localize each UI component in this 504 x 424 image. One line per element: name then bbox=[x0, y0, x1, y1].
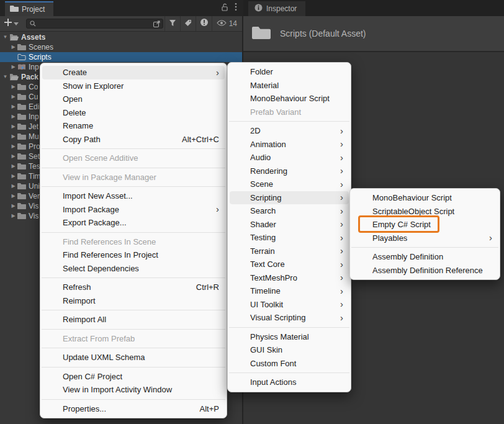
menu-item-assembly-definition-reference[interactable]: Assembly Definition Reference bbox=[352, 264, 498, 277]
menu-item-visual-scripting[interactable]: Visual Scripting› bbox=[230, 311, 349, 325]
menu-item-refresh[interactable]: RefreshCtrl+R bbox=[42, 281, 225, 294]
foldout-open-icon[interactable]: ▼ bbox=[1, 32, 9, 42]
menu-item-scene[interactable]: Scene› bbox=[230, 178, 349, 191]
menu-item-properties[interactable]: Properties...Alt+P bbox=[42, 402, 225, 416]
search-field[interactable] bbox=[26, 19, 163, 29]
menu-item-label: Open bbox=[63, 94, 219, 104]
foldout-closed-icon[interactable]: ▶ bbox=[9, 122, 17, 132]
tab-project[interactable]: Project bbox=[5, 1, 53, 16]
folder-icon bbox=[17, 123, 26, 130]
menu-item-scriptableobject-script[interactable]: ScriptableObject Script bbox=[352, 205, 498, 219]
foldout-closed-icon[interactable]: ▶ bbox=[9, 171, 17, 181]
menu-item-shortcut: Alt+P bbox=[200, 404, 219, 413]
chevron-right-icon: › bbox=[340, 193, 343, 202]
tree-item-label: Tim bbox=[29, 172, 41, 181]
menu-item-label: Shader bbox=[250, 220, 333, 229]
menu-item-label: Folder bbox=[250, 67, 343, 76]
menu-item-terrain[interactable]: Terrain› bbox=[230, 245, 349, 258]
chevron-right-icon: › bbox=[489, 233, 492, 242]
tree-item-assets[interactable]: ▼Assets bbox=[0, 32, 242, 42]
menu-item-physics-material[interactable]: Physics Material bbox=[230, 330, 349, 344]
menu-item-rename[interactable]: Rename bbox=[42, 119, 225, 133]
menu-item-shader[interactable]: Shader› bbox=[230, 218, 349, 232]
menu-item-textmeshpro[interactable]: TextMeshPro› bbox=[230, 271, 349, 285]
foldout-closed-icon[interactable]: ▶ bbox=[9, 161, 17, 171]
menu-item-update-uxml-schema[interactable]: Update UXML Schema bbox=[42, 351, 225, 364]
menu-item-monobehaviour-script[interactable]: MonoBehaviour Script bbox=[352, 191, 498, 205]
visibility-toggle[interactable]: 14 bbox=[212, 16, 242, 31]
menu-item-import-new-asset[interactable]: Import New Asset... bbox=[42, 189, 225, 203]
chevron-right-icon: › bbox=[340, 313, 343, 322]
menu-item-input-actions[interactable]: Input Actions bbox=[230, 376, 349, 389]
menu-item-reimport[interactable]: Reimport bbox=[42, 294, 225, 308]
menu-item-label: View in Import Activity Window bbox=[63, 385, 219, 394]
foldout-closed-icon[interactable]: ▶ bbox=[9, 142, 17, 151]
menu-item-open[interactable]: Open bbox=[42, 92, 225, 106]
menu-item-material[interactable]: Material bbox=[230, 79, 349, 92]
menu-item-delete[interactable]: Delete bbox=[42, 106, 225, 120]
foldout-closed-icon[interactable]: ▶ bbox=[9, 62, 17, 72]
menu-item-view-in-import-activity-window[interactable]: View in Import Activity Window bbox=[42, 383, 225, 397]
menu-item-gui-skin[interactable]: GUI Skin bbox=[230, 343, 349, 357]
menu-item-monobehaviour-script[interactable]: MonoBehaviour Script bbox=[230, 92, 349, 106]
menu-item-label: Export Package... bbox=[63, 218, 219, 227]
menu-item-playables[interactable]: Playables› bbox=[352, 232, 498, 245]
foldout-closed-icon[interactable]: ▶ bbox=[9, 42, 17, 52]
menu-item-audio[interactable]: Audio› bbox=[230, 151, 349, 165]
menu-item-show-in-explorer[interactable]: Show in Explorer bbox=[42, 79, 225, 93]
menu-item-prefab-variant: Prefab Variant bbox=[230, 106, 349, 119]
open-padlock-icon[interactable] bbox=[221, 2, 228, 14]
inspector-tab-label: Inspector bbox=[266, 4, 297, 13]
foldout-closed-icon[interactable]: ▶ bbox=[9, 92, 17, 102]
menu-item-export-package[interactable]: Export Package... bbox=[42, 216, 225, 230]
menu-item-copy-path[interactable]: Copy PathAlt+Ctrl+C bbox=[42, 133, 225, 147]
tree-item-scripts[interactable]: Scripts bbox=[0, 52, 242, 62]
foldout-closed-icon[interactable]: ▶ bbox=[9, 82, 17, 92]
foldout-closed-icon[interactable]: ▶ bbox=[9, 151, 17, 161]
menu-item-search[interactable]: Search› bbox=[230, 204, 349, 218]
foldout-closed-icon[interactable]: ▶ bbox=[9, 211, 17, 221]
window-arrow-icon[interactable] bbox=[153, 20, 161, 28]
foldout-closed-icon[interactable]: ▶ bbox=[9, 201, 17, 211]
menu-item-ui-toolkit[interactable]: UI Toolkit› bbox=[230, 298, 349, 312]
filter-by-label-button[interactable] bbox=[180, 16, 196, 31]
search-input[interactable] bbox=[38, 19, 153, 28]
menu-item-reimport-all[interactable]: Reimport All bbox=[42, 313, 225, 327]
foldout-closed-icon[interactable]: ▶ bbox=[9, 181, 17, 191]
menu-item-select-dependencies[interactable]: Select Dependencies bbox=[42, 262, 225, 276]
menu-item-testing[interactable]: Testing› bbox=[230, 231, 349, 245]
menu-item-custom-font[interactable]: Custom Font bbox=[230, 357, 349, 371]
menu-item-assembly-definition[interactable]: Assembly Definition bbox=[352, 250, 498, 264]
menu-item-text-core[interactable]: Text Core› bbox=[230, 258, 349, 271]
menu-item-open-c-project[interactable]: Open C# Project bbox=[42, 370, 225, 384]
menu-item-import-package[interactable]: Import Package› bbox=[42, 203, 225, 217]
foldout-closed-icon[interactable]: ▶ bbox=[9, 102, 17, 112]
tree-item-scenes[interactable]: ▶Scenes bbox=[0, 42, 242, 52]
foldout-closed-icon[interactable]: ▶ bbox=[9, 191, 17, 201]
menu-item-label: Empty C# Script bbox=[372, 220, 492, 229]
menu-item-label: Properties... bbox=[63, 404, 189, 413]
menu-item-rendering[interactable]: Rendering› bbox=[230, 165, 349, 178]
add-asset-button[interactable] bbox=[0, 16, 23, 31]
foldout-closed-icon[interactable]: ▶ bbox=[9, 132, 17, 142]
import-log-button[interactable] bbox=[196, 16, 211, 31]
filter-by-type-button[interactable] bbox=[164, 16, 180, 31]
tab-inspector[interactable]: Inspector bbox=[248, 1, 305, 16]
menu-item-animation[interactable]: Animation› bbox=[230, 138, 349, 151]
menu-item-find-references-in-project[interactable]: Find References In Project bbox=[42, 248, 225, 262]
chevron-right-icon: › bbox=[340, 246, 343, 255]
menu-item-create[interactable]: Create› bbox=[42, 66, 225, 79]
menu-item-2d[interactable]: 2D› bbox=[230, 124, 349, 138]
kebab-menu-icon[interactable] bbox=[235, 2, 237, 14]
menu-item-scripting[interactable]: Scripting› bbox=[230, 191, 349, 205]
menu-item-folder[interactable]: Folder bbox=[230, 65, 349, 79]
info-circle-icon bbox=[254, 4, 263, 14]
menu-item-label: GUI Skin bbox=[250, 345, 343, 354]
menu-item-view-in-package-manager: View in Package Manager bbox=[42, 171, 225, 184]
menu-item-timeline[interactable]: Timeline› bbox=[230, 284, 349, 298]
foldout-open-icon[interactable]: ▼ bbox=[1, 72, 9, 82]
menu-item-label: Extract From Prefab bbox=[63, 334, 219, 343]
foldout-closed-icon[interactable]: ▶ bbox=[9, 112, 17, 122]
menu-item-empty-c-script[interactable]: Empty C# Script bbox=[352, 218, 498, 232]
menu-separator bbox=[42, 232, 225, 233]
